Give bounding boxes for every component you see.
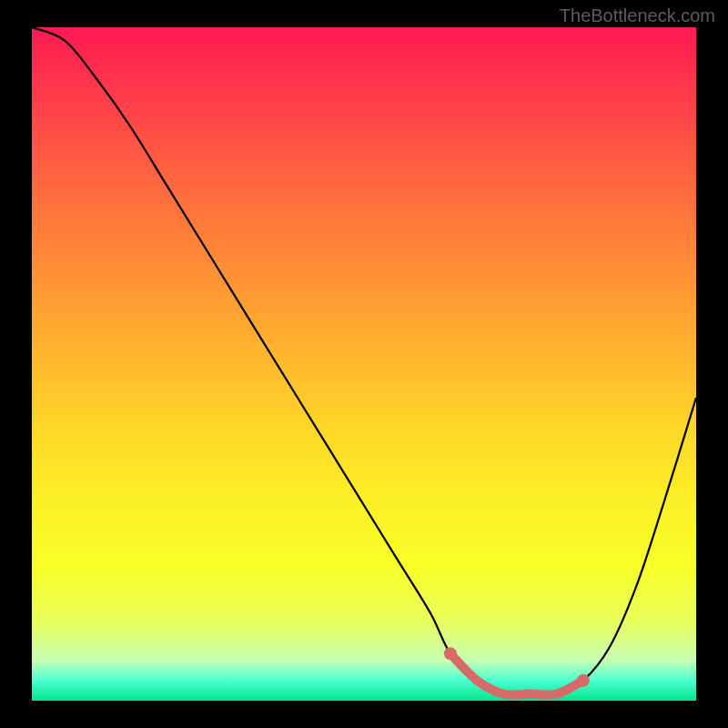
optimal-range-dot-end [577,674,590,687]
watermark-text: TheBottleneck.com [560,5,715,26]
optimal-range-dot-start [444,647,457,660]
chart-plot-area [32,27,696,701]
optimal-range-highlight [450,653,583,694]
chart-curve-svg [32,27,696,701]
bottleneck-curve [32,27,696,695]
